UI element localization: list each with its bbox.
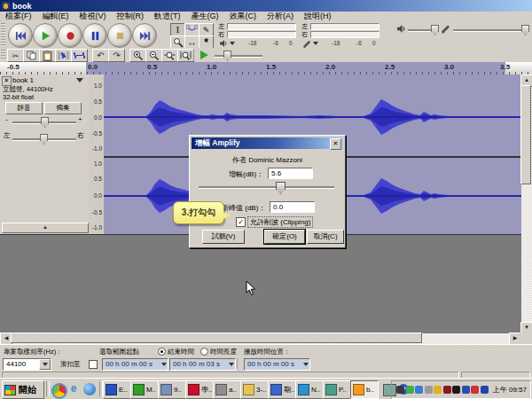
sample-rate-dropdown[interactable] [39, 359, 51, 370]
mute-button[interactable]: 靜音 [5, 102, 43, 114]
output-volume-slider[interactable] [408, 29, 438, 32]
task-icon [298, 384, 309, 395]
taskbar-task-1[interactable]: M.. [130, 380, 159, 399]
tray-icon-2[interactable] [415, 386, 423, 394]
tray-icon-0[interactable] [396, 386, 404, 394]
field-dropdown-icon[interactable] [161, 363, 167, 366]
fit-project-button[interactable] [177, 49, 194, 62]
task-icon [160, 384, 172, 395]
scroll-down-button[interactable]: ▼ [520, 322, 532, 334]
solo-button[interactable]: 獨奏 [44, 102, 82, 114]
taskbar-task-2[interactable]: 9.. [158, 380, 186, 399]
play-at-speed-button[interactable] [199, 50, 209, 62]
vertical-scroll-thumb[interactable] [520, 85, 531, 184]
tray-icon-6[interactable] [452, 386, 460, 394]
input-volume-thumb[interactable] [521, 25, 529, 35]
cut-button[interactable]: ✂ [7, 49, 24, 62]
amplification-slider-thumb[interactable] [276, 182, 286, 194]
end-time-radio[interactable] [158, 348, 166, 356]
length-radio-label[interactable]: 時間長度 [210, 348, 237, 356]
taskbar-task-8[interactable]: P.. [323, 380, 351, 399]
messenger-quicklaunch-icon[interactable] [83, 383, 96, 395]
taskbar-task-5[interactable]: 3-.. [240, 380, 269, 399]
audio-position-field[interactable]: 00 h 00 m 00 s [244, 358, 310, 371]
multi-tool[interactable]: * [199, 35, 214, 49]
trim-button[interactable] [55, 49, 72, 62]
toolbar-grip[interactable] [1, 23, 5, 46]
snap-checkbox[interactable] [89, 360, 98, 369]
sample-rate-select[interactable]: 44100 [3, 358, 51, 371]
horizontal-scrollbar[interactable]: ◀ ▶ [0, 333, 532, 344]
taskbar-task-9[interactable]: b.. [350, 380, 379, 399]
length-radio[interactable] [200, 348, 208, 356]
taskbar-task-4[interactable]: a.. [213, 380, 241, 399]
tray-icon-3[interactable] [425, 386, 433, 394]
amplification-slider[interactable] [199, 186, 334, 189]
selection-tool[interactable]: I [170, 23, 185, 36]
stop-button[interactable] [107, 23, 132, 48]
tray-icon-1[interactable] [406, 386, 414, 394]
play-button[interactable] [33, 23, 58, 48]
cancel-button[interactable]: 取消(C) [307, 230, 344, 244]
playback-speed-thumb[interactable] [223, 51, 231, 61]
meter-dropdown-icon[interactable] [313, 42, 318, 45]
end-time-radio-label[interactable]: 結束時間 [168, 348, 194, 356]
start-button[interactable]: 開始 [2, 380, 44, 399]
track-menu-icon[interactable] [76, 78, 83, 82]
field-dropdown-icon[interactable] [229, 363, 234, 366]
new-peak-input[interactable]: 0.0 [270, 201, 315, 213]
dialog-title-bar[interactable]: 增幅 Amplify ✕ [192, 137, 343, 149]
tray-icon-5[interactable] [443, 386, 451, 394]
fit-selection-button[interactable] [161, 49, 178, 62]
draw-tool[interactable]: ✎ [199, 23, 214, 36]
gain-slider[interactable] [12, 121, 76, 124]
undo-button[interactable]: ↶ [92, 49, 109, 62]
tray-icon-4[interactable] [434, 386, 442, 394]
tray-icon-9[interactable] [481, 386, 489, 394]
paste-button[interactable] [39, 49, 56, 62]
ok-button[interactable]: 確定(O) [264, 230, 305, 244]
taskbar-task-7[interactable]: N.. [295, 380, 324, 399]
time-shift-tool[interactable]: ↔ [184, 35, 200, 49]
scroll-right-button[interactable]: ▶ [509, 332, 521, 345]
track-collapse-button[interactable]: ▲ [2, 223, 89, 233]
tray-icon-8[interactable] [471, 386, 479, 394]
taskbar-task-0[interactable]: E.. [103, 380, 131, 399]
copy-button[interactable] [23, 49, 40, 62]
allow-clipping-label[interactable]: 允許削波 (Clipping) [248, 217, 312, 227]
timeline-ruler[interactable]: -0.50.00.51.01.52.02.53.03.5 [0, 62, 532, 75]
horizontal-scroll-thumb[interactable] [11, 332, 422, 343]
meter-dropdown-icon[interactable] [230, 42, 235, 45]
pause-button[interactable] [82, 23, 107, 48]
tray-icon-7[interactable] [462, 386, 470, 394]
field-dropdown-icon[interactable] [303, 363, 309, 366]
zoom-in-button[interactable] [129, 49, 146, 62]
skip-to-start-button[interactable] [8, 23, 33, 48]
task-icon [188, 384, 200, 395]
chrome-quicklaunch-icon[interactable] [51, 383, 67, 399]
skip-to-end-button[interactable] [132, 23, 157, 48]
output-volume-thumb[interactable] [431, 25, 439, 35]
input-volume-slider[interactable] [453, 29, 526, 32]
taskbar-task-3[interactable]: 學.. [185, 380, 214, 399]
preview-button[interactable]: 試聽(V) [202, 230, 245, 244]
selection-start-field[interactable]: 00 h 00 m 00 s [102, 358, 168, 371]
record-button[interactable] [58, 23, 82, 48]
pan-slider[interactable] [12, 138, 76, 141]
taskbar-task-6[interactable]: 期.. [268, 380, 296, 399]
zoom-out-button[interactable] [145, 49, 162, 62]
pan-thumb[interactable] [40, 134, 48, 145]
gain-thumb[interactable] [41, 117, 49, 128]
selection-end-field[interactable]: 00 h 00 m 03 s [169, 358, 236, 371]
allow-clipping-checkbox[interactable]: ✓ [236, 217, 246, 227]
ie-quicklaunch-icon[interactable]: e [67, 383, 80, 395]
zoom-tool[interactable] [170, 35, 185, 49]
amplification-input[interactable]: 5.6 [268, 168, 313, 179]
envelope-tool[interactable] [184, 23, 200, 36]
silence-button[interactable] [71, 49, 88, 62]
playback-speed-slider[interactable] [215, 55, 262, 58]
redo-button[interactable]: ↷ [108, 49, 125, 62]
dialog-close-button[interactable]: ✕ [330, 138, 341, 150]
toolbar-grip[interactable] [1, 50, 5, 60]
vertical-scrollbar[interactable]: ▲ ▼ [521, 74, 532, 333]
